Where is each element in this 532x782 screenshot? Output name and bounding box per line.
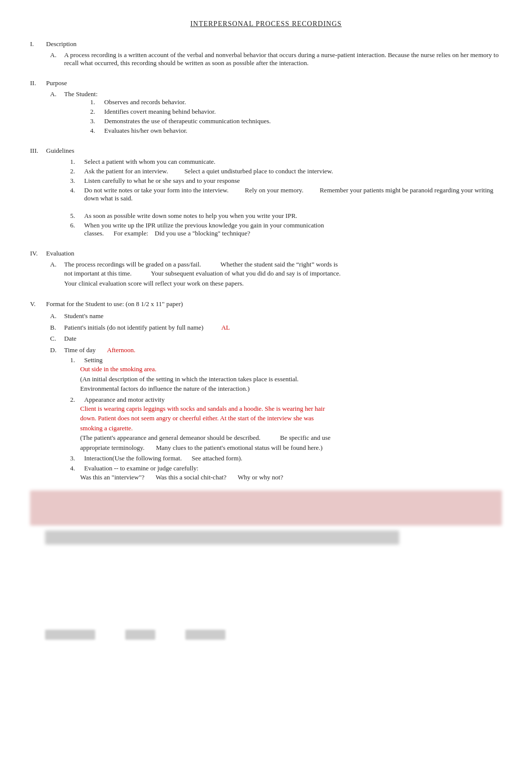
list-item: 5.As soon as possible write down some no… bbox=[70, 212, 502, 220]
section-V-C: C. Date bbox=[50, 334, 502, 344]
list-item: 1.Setting Out side in the smoking area. … bbox=[70, 356, 502, 394]
section-V-B: B. Patient's initials (do not identify p… bbox=[50, 323, 502, 333]
section-I: I. Description A. A process recording is… bbox=[30, 40, 502, 67]
section-V: V. Format for the Student to use: (on 8 … bbox=[30, 300, 502, 482]
section-III-items: 1.Select a patient with whom you can com… bbox=[30, 158, 502, 237]
list-item: 3.Listen carefully to what he or she say… bbox=[70, 177, 502, 185]
section-II-A: A. The Student: 1.Observes and records b… bbox=[50, 90, 502, 135]
roman-numeral-III: III. bbox=[30, 147, 42, 155]
blurred-area bbox=[30, 490, 502, 640]
section-V-title: Format for the Student to use: (on 8 1/2… bbox=[46, 300, 183, 308]
section-III: III. Guidelines 1.Select a patient with … bbox=[30, 147, 502, 237]
list-item: 2.Ask the patient for an interview. Sele… bbox=[70, 167, 502, 175]
section-II-items: 1.Observes and records behavior.2.Identi… bbox=[50, 98, 502, 135]
roman-numeral-I: I. bbox=[30, 40, 42, 48]
blurred-box-2 bbox=[125, 630, 155, 640]
roman-numeral-V: V. bbox=[30, 300, 42, 308]
section-II-A-title: The Student: bbox=[64, 90, 98, 98]
blurred-box-1 bbox=[45, 630, 95, 640]
list-item: 1.Select a patient with whom you can com… bbox=[70, 158, 502, 166]
section-II: II. Purpose A. The Student: 1.Observes a… bbox=[30, 79, 502, 135]
blurred-box-3 bbox=[185, 630, 225, 640]
list-item: 4.Evaluates his/her own behavior. bbox=[90, 127, 502, 135]
section-II-A-label: A. bbox=[50, 90, 60, 98]
section-I-A-label: A. bbox=[50, 51, 60, 67]
blurred-gray-line bbox=[45, 531, 399, 545]
blurred-red-block bbox=[30, 490, 502, 526]
section-I-A-text: A process recording is a written account… bbox=[64, 51, 502, 67]
roman-numeral-II: II. bbox=[30, 79, 42, 87]
list-item: 3.Demonstrates the use of therapeutic co… bbox=[90, 117, 502, 125]
section-V-D: D. Time of day Afternoon. bbox=[50, 345, 502, 355]
section-V-A: A. Student's name bbox=[50, 311, 502, 321]
section-IV-title: Evaluation bbox=[46, 249, 74, 257]
section-I-A: A. A process recording is a written acco… bbox=[50, 51, 502, 67]
section-II-title: Purpose bbox=[46, 79, 67, 87]
list-item: 4.Do not write notes or take your form i… bbox=[70, 186, 502, 210]
blurred-boxes-row bbox=[45, 630, 502, 640]
list-item: 4.Evaluation -- to examine or judge care… bbox=[70, 464, 502, 482]
section-I-title: Description bbox=[46, 40, 77, 48]
section-IV-A: A. The process recordings will be graded… bbox=[50, 260, 502, 288]
list-item: 2.Appearance and motor activity Client i… bbox=[70, 396, 502, 453]
roman-numeral-IV: IV. bbox=[30, 249, 42, 257]
list-item: 2.Identifies covert meaning behind behav… bbox=[90, 108, 502, 116]
page: INTERPERSONAL PROCESS RECORDINGS I. Desc… bbox=[0, 0, 532, 782]
section-IV: IV. Evaluation A. The process recordings… bbox=[30, 249, 502, 288]
section-V-D-items: 1.Setting Out side in the smoking area. … bbox=[30, 356, 502, 482]
list-item: 3.Interaction(Use the following format. … bbox=[70, 454, 502, 462]
list-item: 6.When you write up the IPR utilize the … bbox=[70, 221, 502, 237]
list-item: 1.Observes and records behavior. bbox=[90, 98, 502, 106]
page-title: INTERPERSONAL PROCESS RECORDINGS bbox=[30, 20, 502, 28]
section-III-title: Guidelines bbox=[46, 147, 74, 155]
section-IV-A-text: The process recordings will be graded on… bbox=[64, 260, 338, 269]
section-IV-A-label: A. bbox=[50, 260, 60, 269]
